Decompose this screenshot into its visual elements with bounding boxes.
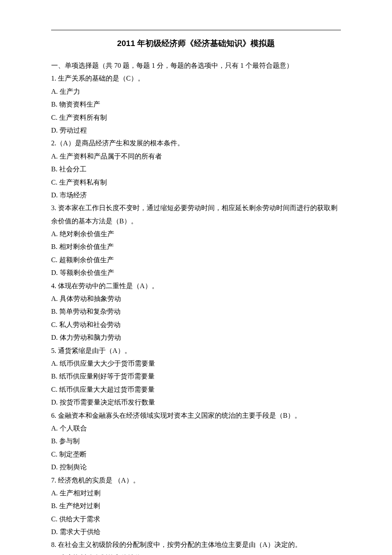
question-option: B. 简单劳动和复杂劳动 (51, 305, 341, 318)
question-option: A. 生产资料公有制的主体地位 (51, 552, 341, 555)
question-stem: 2.（A）是商品经济产生和发展的根本条件。 (51, 137, 341, 150)
question-option: A. 纸币供应量大大少于货币需要量 (51, 357, 341, 370)
question-option: C. 制定垄断 (51, 448, 341, 461)
top-horizontal-rule (51, 30, 341, 30)
question-option: D. 需求大于供给 (51, 526, 341, 538)
question-option: C. 供给大于需求 (51, 513, 341, 526)
question-option: A. 生产相对过剩 (51, 487, 341, 500)
question-option: B. 参与制 (51, 435, 341, 448)
question-option: A. 生产资料和产品属于不同的所有者 (51, 150, 341, 163)
question-option: C. 超额剩余价值生产 (51, 254, 341, 266)
question-option: D. 体力劳动和脑力劳动 (51, 331, 341, 344)
question-option: A. 个人联合 (51, 422, 341, 435)
question-option: D. 等额剩余价值生产 (51, 266, 341, 279)
question-option: D. 控制舆论 (51, 461, 341, 474)
question-option: B. 纸币供应量刚好等于货币需要量 (51, 370, 341, 383)
question-option: D. 市场经济 (51, 189, 341, 202)
question-option: C. 纸币供应量大大超过货币需要量 (51, 383, 341, 396)
question-option: B. 生产绝对过剩 (51, 500, 341, 512)
question-option: B. 社会分工 (51, 163, 341, 176)
question-stem: 4. 体现在劳动中的二重性是（A）。 (51, 280, 341, 292)
question-stem: 7. 经济危机的实质是 （A）。 (51, 474, 341, 487)
question-stem: 6. 金融资本和金融寡头在经济领域实现对资本主义国家的统治的主要手段是（B）。 (51, 409, 341, 422)
question-option: B. 物资资料生产 (51, 98, 341, 111)
question-option: C. 生产资料所有制 (51, 111, 341, 124)
document-page: 2011 年初级经济师《经济基础知识》模拟题 一、单项选择题（共 70 题，每题… (0, 0, 392, 555)
question-option: D. 劳动过程 (51, 124, 341, 137)
section-heading: 一、单项选择题（共 70 题，每题 1 分，每题的各选项中，只有 1 个最符合题… (51, 59, 341, 72)
question-option: A. 具体劳动和抽象劳动 (51, 292, 341, 305)
question-option: A. 绝对剩余价值生产 (51, 228, 341, 240)
question-option: C. 私人劳动和社会劳动 (51, 318, 341, 331)
question-stem: 5. 通货紧缩是由于（A）。 (51, 344, 341, 357)
questions-container: 1. 生产关系的基础的是（C）。A. 生产力B. 物资资料生产C. 生产资料所有… (51, 72, 341, 555)
question-option: D. 按货币需要量决定纸币发行数量 (51, 396, 341, 409)
question-option: A. 生产力 (51, 85, 341, 98)
document-title: 2011 年初级经济师《经济基础知识》模拟题 (51, 38, 341, 49)
question-stem: 8. 在社会主义初级阶段的分配制度中，按劳分配的主体地位主要是由（A）决定的。 (51, 538, 341, 551)
question-stem: 1. 生产关系的基础的是（C）。 (51, 72, 341, 85)
question-option: B. 相对剩余价值生产 (51, 240, 341, 253)
question-stem: 3. 资本家在工作日长度不变时，通过缩短必要劳动时间，相应延长剩余劳动时间而进行… (51, 202, 341, 228)
question-option: C. 生产资料私有制 (51, 176, 341, 189)
